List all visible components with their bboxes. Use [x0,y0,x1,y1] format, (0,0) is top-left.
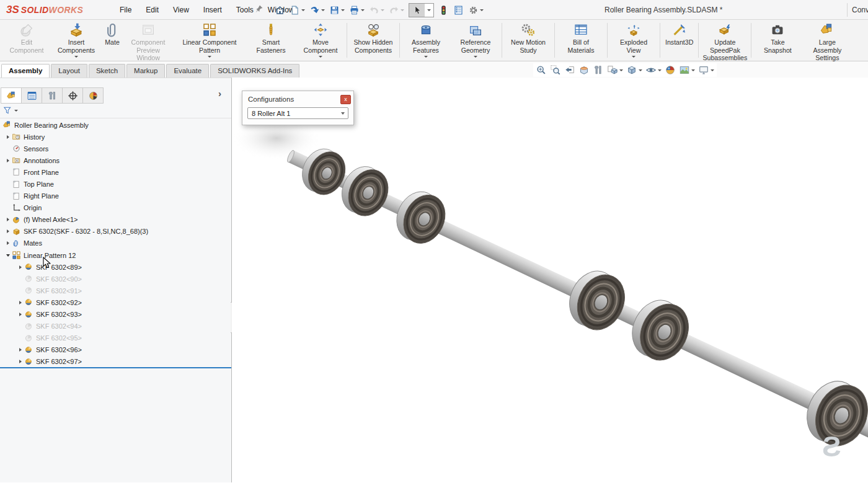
tree-item-history[interactable]: History [0,131,231,143]
zoom-area-button[interactable] [549,64,562,76]
take-snapshot-button[interactable]: Take Snapshot [753,20,802,61]
select-tool[interactable] [409,3,434,17]
caret-down-icon [632,56,636,58]
file-properties-button[interactable] [451,4,466,17]
smart-fasteners-button[interactable]: Smart Fasteners [246,20,296,61]
displaymanager-tab[interactable] [82,87,104,104]
select-button[interactable] [409,4,425,17]
tree-filter[interactable] [3,106,18,115]
insert-components-button[interactable]: Insert Components [51,20,101,61]
tree-item-top-plane[interactable]: Top Plane [0,178,231,190]
tab-assembly[interactable]: Assembly [1,64,50,78]
configurationmanager-tab[interactable] [42,87,63,104]
reference-geometry-button[interactable]: Reference Geometry [451,20,500,61]
tree-item-skf-6302-95[interactable]: SKF 6302<95> [0,332,231,344]
tree-item-origin[interactable]: Origin [0,202,231,214]
previous-view-button[interactable] [564,64,576,76]
tab-evaluate[interactable]: Evaluate [166,64,209,78]
tab-solidworks-add-ins[interactable]: SOLIDWORKS Add-Ins [210,64,299,78]
show-hidden-components-button[interactable]: Show Hidden Components [348,20,398,61]
new-document-button[interactable] [288,4,307,17]
tree-item-skf-6302-90[interactable]: SKF 6302<90> [0,273,231,285]
redo-button[interactable] [387,4,406,17]
pushpin-icon[interactable] [254,4,264,14]
rollback-bar[interactable] [0,367,231,368]
tree-expander-icon[interactable] [4,159,12,162]
component-preview-window-button[interactable]: Component Preview Window [123,20,173,61]
apply-scene-button[interactable] [678,64,696,76]
assembly-features-button[interactable]: Assembly Features [401,20,451,61]
edit-appearance-button[interactable] [664,64,676,76]
tab-markup[interactable]: Markup [126,64,165,78]
tree-item-annotations[interactable]: AAnnotations [0,154,231,166]
dimxpertmanager-tab[interactable] [62,87,83,104]
tree-item-skf-6302-97[interactable]: SKF 6302<97> [0,356,231,368]
display-style-button[interactable] [606,64,624,76]
menu-edit[interactable]: Edit [140,4,165,16]
view-orientation-button[interactable] [626,64,643,76]
section-view-button[interactable] [578,64,590,76]
tree-item-skf-6302-96[interactable]: SKF 6302<96> [0,344,231,356]
tree-item-skf-6302-92[interactable]: SKF 6302<92> [0,296,231,308]
tree-expander-icon[interactable] [17,301,24,304]
tree-item-front-plane[interactable]: Front Plane [0,166,231,178]
hide-show-items-button[interactable] [645,64,662,76]
instant3d-button[interactable]: Instant3D [662,20,697,61]
view-settings-button[interactable] [698,64,715,76]
move-component-button[interactable]: Move Component [296,20,345,61]
tree-expander-icon[interactable] [17,265,24,269]
panel-expand-arrow[interactable]: › [218,88,221,99]
close-icon[interactable]: x [340,95,351,104]
open-button[interactable] [308,4,327,17]
tree-item-roller-bearing-assembly[interactable]: Roller Bearing Assembly [0,119,231,131]
linear-component-pattern-button[interactable]: Linear Component Pattern [173,20,246,61]
tree-expander-icon[interactable] [17,348,24,352]
exploded-view-button[interactable]: Exploded View [609,20,658,61]
save-button[interactable] [327,4,347,17]
bill-of-materials-button[interactable]: Bill of Materials [556,20,606,61]
featuremanager-tab[interactable] [1,87,22,104]
tree-item-skf-6302-93[interactable]: SKF 6302<93> [0,309,231,321]
tree-expander-icon[interactable] [17,313,24,316]
rebuild-button[interactable] [436,4,451,17]
tree-item-skf-6302-91[interactable]: SKF 6302<91> [0,285,231,296]
edit-component-button[interactable]: Edit Component [2,20,51,61]
menu-insert[interactable]: Insert [197,4,228,16]
tree-item-skf-6302-89[interactable]: SKF 6302<89> [0,261,231,273]
menu-file[interactable]: File [113,4,138,16]
tree-expander-icon[interactable] [17,360,24,363]
document-title: Roller Bearing Assembly.SLDASM * [604,6,723,14]
tree-item-mates[interactable]: Mates [0,238,231,249]
part-sup-icon [24,334,33,343]
tree-item-skf-6302-skf-6302-8-si-nc-8-68-3[interactable]: SKF 6302(SKF - 6302 - 8,SI,NC,8_68)(3) [0,226,231,238]
propertymanager-tab[interactable] [21,87,42,104]
tree-item-skf-6302-94[interactable]: SKF 6302<94> [0,321,231,332]
options-button[interactable] [466,4,485,17]
tree-expander-icon[interactable] [4,254,12,257]
tab-sketch[interactable]: Sketch [89,64,125,78]
tree-expander-icon[interactable] [4,218,12,221]
tree-item-sensors[interactable]: Sensors [0,143,231,154]
large-assembly-settings-button[interactable]: Large Assembly Settings [802,20,852,61]
tree-item-f-wheel-axle-1[interactable]: (f) Wheel Axle<1> [0,214,231,226]
home-button[interactable] [273,4,287,17]
tree-expander-icon[interactable] [4,229,12,233]
print-button[interactable] [347,4,366,17]
tree-item-right-plane[interactable]: Right Plane [0,190,231,202]
tree-expander-icon[interactable] [4,135,12,139]
tab-layout[interactable]: Layout [51,64,87,78]
graphics-viewport[interactable]: S [232,78,868,482]
tree-expander-icon[interactable] [4,241,12,245]
zoom-fit-button[interactable] [535,64,547,76]
bearing-assembly-model[interactable] [232,78,868,482]
configuration-select[interactable]: 8 Roller Alt 1 [247,107,348,119]
menu-view[interactable]: View [167,4,195,16]
select-dropdown[interactable] [425,8,433,12]
new-motion-study-button[interactable]: New Motion Study [503,20,553,61]
mate-button[interactable]: Mate [101,20,123,61]
configurations-popup-header[interactable]: Configurations x [242,91,353,107]
tree-item-linear-pattern-12[interactable]: Linear Pattern 12 [0,249,231,261]
dynamic-annotation-button[interactable] [592,64,604,76]
update-speedpak-subassemblies-button[interactable]: Update SpeedPak Subassemblies [700,20,750,61]
undo-button[interactable] [367,4,386,17]
